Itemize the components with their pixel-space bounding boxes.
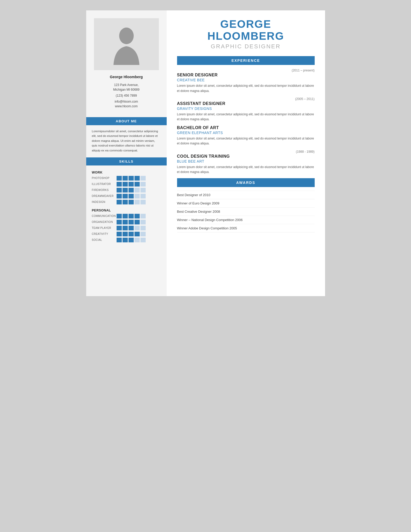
experience-company: GRAVITY DESIGNS bbox=[177, 107, 315, 111]
experience-item: (2005 – 2011)ASSISTANT DESIGNERGRAVITY D… bbox=[177, 97, 315, 122]
skill-bar-cell bbox=[123, 188, 128, 192]
skill-bar-cell bbox=[129, 182, 134, 187]
contact-phone: (123) 456 7899 bbox=[94, 93, 159, 98]
skill-row: INDESIGN bbox=[92, 200, 161, 204]
skill-row: FIREWORKS bbox=[92, 188, 161, 192]
skill-bars bbox=[117, 232, 146, 236]
skill-bars bbox=[117, 182, 146, 187]
skill-label: CREATIVITY bbox=[92, 232, 117, 235]
experience-company: GREEN ELEPHANT ARTS bbox=[177, 131, 315, 135]
personal-skills-list: COMMUNICATIONORGANIZATIONTEAM PLAYERCREA… bbox=[92, 214, 161, 242]
skill-bar-cell bbox=[123, 232, 128, 236]
skill-bar-cell bbox=[123, 200, 128, 204]
award-item: Best Creative Designer 2008 bbox=[177, 208, 315, 216]
skill-bar-cell bbox=[140, 220, 146, 224]
skill-label: FIREWORKS bbox=[92, 189, 117, 191]
experience-date: (2011 – present) bbox=[177, 69, 315, 72]
skill-label: TEAM PLAYER bbox=[92, 227, 117, 229]
skill-bars bbox=[117, 176, 146, 181]
experience-description: Lorem ipsum dolor sit amet, consectetur … bbox=[177, 83, 315, 93]
skill-bar-cell bbox=[134, 194, 140, 198]
skill-bars bbox=[117, 194, 146, 198]
skill-bar-cell bbox=[117, 188, 122, 192]
skill-label: DREAMWEAVER bbox=[92, 195, 117, 197]
award-item: Winner – National Design Competition 200… bbox=[177, 216, 315, 224]
about-me-header: ABOUT ME bbox=[86, 117, 167, 125]
skill-bar-cell bbox=[123, 226, 128, 230]
skill-label: SOCIAL bbox=[92, 238, 117, 241]
awards-list: Best Designer of 2010Winner of Euro Desi… bbox=[177, 191, 315, 232]
award-item: Winner of Euro Design 2009 bbox=[177, 199, 315, 208]
skill-bars bbox=[117, 200, 146, 204]
skill-bar-cell bbox=[123, 214, 128, 218]
award-item: Best Designer of 2010 bbox=[177, 191, 315, 199]
skill-row: PHOTOSHOP bbox=[92, 176, 161, 181]
skill-bar-cell bbox=[117, 232, 122, 236]
experience-item: (2011 – present)SENIOR DESIGNERCREATIVE … bbox=[177, 69, 315, 93]
skill-bars bbox=[117, 238, 146, 242]
work-skills-list: PHOTOSHOPILLUSTRATORFIREWORKSDREAMWEAVER… bbox=[92, 176, 161, 204]
photo-area bbox=[94, 18, 159, 70]
skill-bar-cell bbox=[134, 238, 140, 242]
skill-bar-cell bbox=[123, 238, 128, 242]
skill-bar-cell bbox=[117, 200, 122, 204]
skill-bar-cell bbox=[134, 176, 140, 181]
skill-bar-cell bbox=[123, 220, 128, 224]
experience-job-title: BACHELOR OF ART bbox=[177, 125, 315, 130]
skill-row: CREATIVITY bbox=[92, 232, 161, 236]
skill-bar-cell bbox=[140, 214, 146, 218]
experience-description: Lorem ipsum dolor sit amet, consectetur … bbox=[177, 165, 315, 175]
skill-bar-cell bbox=[134, 200, 140, 204]
profile-silhouette bbox=[111, 23, 142, 65]
skill-bar-cell bbox=[140, 200, 146, 204]
experience-description: Lorem ipsum dolor sit amet, consectetur … bbox=[177, 112, 315, 122]
skill-bar-cell bbox=[140, 226, 146, 230]
skill-bar-cell bbox=[129, 220, 134, 224]
skill-label: COMMUNICATION bbox=[92, 215, 117, 217]
experience-job-title: COOL DESIGN TRAINING bbox=[177, 154, 315, 159]
skill-bar-cell bbox=[134, 226, 140, 230]
experience-header: EXPERIENCE bbox=[177, 56, 315, 65]
skill-bars bbox=[117, 214, 146, 218]
skill-bar-cell bbox=[140, 188, 146, 192]
main-title: GRAPHIC DESIGNER bbox=[177, 43, 315, 50]
skill-bar-cell bbox=[140, 194, 146, 198]
skill-bar-cell bbox=[117, 182, 122, 187]
main-name: GEORGE HLOOMBERG bbox=[177, 18, 315, 42]
skill-label: ORGANIZATION bbox=[92, 221, 117, 223]
skill-bars bbox=[117, 226, 146, 230]
skill-bar-cell bbox=[140, 238, 146, 242]
skill-label: INDESIGN bbox=[92, 201, 117, 203]
skill-label: PHOTOSHOP bbox=[92, 177, 117, 179]
skill-bar-cell bbox=[129, 238, 134, 242]
experience-date: (1988 - 1989) bbox=[177, 150, 315, 154]
experience-company: CREATIVE BEE bbox=[177, 78, 315, 82]
skill-bar-cell bbox=[129, 176, 134, 181]
about-me-text: Loremipsumdolor sit amet, consectetur ad… bbox=[86, 125, 167, 153]
contact-address: 123 Park Avenue, Michigan MI 60689 bbox=[94, 83, 159, 92]
experience-job-title: ASSISTANT DESIGNER bbox=[177, 101, 315, 106]
name-title-area: GEORGE HLOOMBERG GRAPHIC DESIGNER bbox=[177, 18, 315, 50]
experience-list: (2011 – present)SENIOR DESIGNERCREATIVE … bbox=[177, 69, 315, 175]
experience-job-title: SENIOR DESIGNER bbox=[177, 73, 315, 77]
skill-row: ILLUSTRATOR bbox=[92, 182, 161, 187]
skill-bar-cell bbox=[129, 188, 134, 192]
skill-bar-cell bbox=[134, 182, 140, 187]
skill-label: ILLUSTRATOR bbox=[92, 183, 117, 185]
experience-item: BACHELOR OF ARTGREEN ELEPHANT ARTSLorem … bbox=[177, 125, 315, 146]
skill-bar-cell bbox=[134, 220, 140, 224]
skill-bar-cell bbox=[134, 214, 140, 218]
personal-category-label: PERSONAL bbox=[92, 209, 161, 212]
experience-date: (2005 – 2011) bbox=[177, 97, 315, 101]
svg-point-1 bbox=[119, 28, 134, 44]
skills-header: SKILLS bbox=[86, 157, 167, 165]
skill-bar-cell bbox=[129, 232, 134, 236]
skill-row: ORGANIZATION bbox=[92, 220, 161, 224]
skill-bars bbox=[117, 220, 146, 224]
skill-bar-cell bbox=[117, 176, 122, 181]
award-item: Winner Adobe Design Competition 2005 bbox=[177, 224, 315, 232]
skill-bar-cell bbox=[117, 220, 122, 224]
skill-bar-cell bbox=[134, 232, 140, 236]
contact-email: info@hloom.com www.hloom.com bbox=[94, 99, 159, 109]
skill-bar-cell bbox=[140, 176, 146, 181]
